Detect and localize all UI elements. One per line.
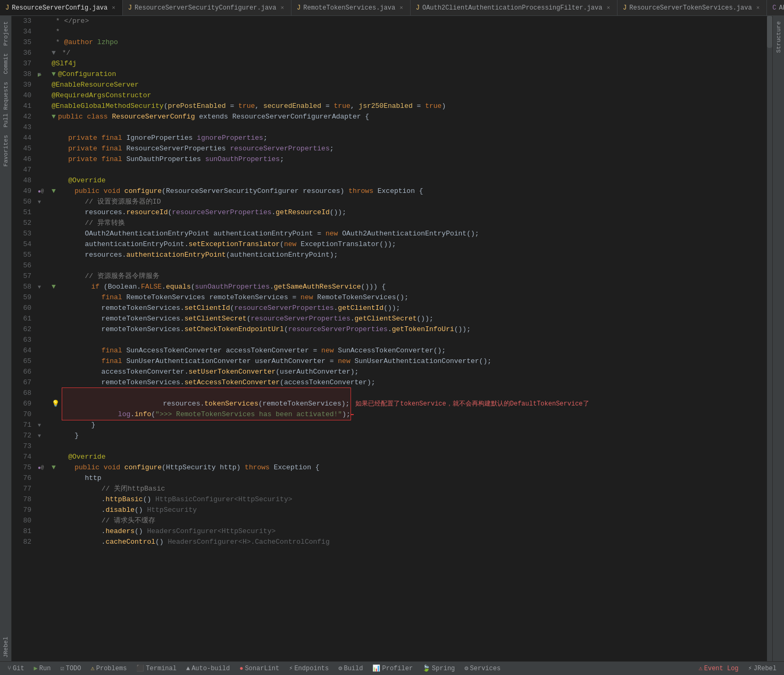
code-line-61: remoteTokenServices.setClientSecret(reso… [52,314,756,324]
gutter-marker-49[interactable]: ● @ [38,186,44,197]
tab-oauth2-filter[interactable]: J OAuth2ClientAuthenticationProcessingFi… [411,0,618,15]
toolbar-problems[interactable]: ⚠ Problems [88,663,130,673]
tab-bar: J ResourceServerConfig.java × J Resource… [0,0,784,16]
gutter-collapse-38[interactable]: ▼ [38,69,41,80]
tab-remote-token-services[interactable]: J RemoteTokenServices.java × [291,0,411,15]
spring-label: Spring [432,665,455,672]
code-line-37: @Slf4j [52,58,756,69]
toolbar-event-log[interactable]: ⚠ Event Log [696,663,742,673]
toolbar-build[interactable]: ⚙ Build [335,663,366,673]
code-line-76: http [52,473,756,484]
code-line-70: log.info(">>> RemoteTokenServices has be… [52,409,756,420]
code-content[interactable]: * </pre> * * @author lzhpo ▼ */ @Slf4j ▼… [52,16,762,661]
gutter: ▶ ● @ ▼ ▼ ▼ ▼ [36,16,52,661]
minimap [762,16,767,661]
code-line-56 [52,260,756,271]
problems-icon: ⚠ [91,664,95,672]
code-line-48: @Override [52,175,756,186]
toolbar-git[interactable]: ⑂ Git [4,664,28,673]
code-line-39: @EnableResourceServer [52,80,756,90]
gutter-collapse-72[interactable]: ▼ [38,431,41,441]
scrollbar-thumb[interactable] [767,16,772,48]
tab-label: OAuth2ClientAuthenticationProcessingFilt… [422,4,602,12]
code-line-66: accessTokenConverter.setUserTokenConvert… [52,367,756,377]
sidebar-item-project[interactable]: Project [2,18,10,49]
spring-icon: 🍃 [422,664,430,672]
tab-label: RemoteTokenServices.java [303,4,395,12]
sidebar-item-jrebel[interactable]: JRebel [2,634,10,661]
run-icon: ▶ [34,664,38,672]
gutter-marker-75[interactable]: ● @ [38,462,44,473]
jrebel-label: JRebel [754,665,777,672]
java-file-icon: J [297,4,301,12]
tab-label: AbstractAuthenticationProcessingFilter.c… [779,4,784,12]
toolbar-services[interactable]: ⚙ Services [461,663,504,673]
run-label: Run [39,665,51,672]
tab-resource-server-config[interactable]: J ResourceServerConfig.java × [0,0,123,15]
code-line-58: ▼ if (Boolean.FALSE.equals(sunOauthPrope… [52,282,756,292]
code-line-46: private final SunOauthProperties sunOaut… [52,154,756,165]
toolbar-todo[interactable]: ☑ TODO [57,663,84,673]
code-line-81: .headers() HeadersConfigurer<HttpSecurit… [52,526,756,537]
toolbar-terminal[interactable]: ⬛ Terminal [133,663,180,673]
tab-close-button[interactable]: × [398,4,405,12]
tab-close-button[interactable]: × [279,4,286,12]
toolbar-endpoints[interactable]: ⚡ Endpoints [286,663,332,673]
gutter-collapse-58[interactable]: ▼ [38,282,41,292]
git-label: Git [13,665,24,672]
terminal-label: Terminal [146,665,177,672]
sidebar-item-favorites[interactable]: Favorites [2,132,10,170]
main-layout: Project Commit Pull Requests Favorites J… [0,16,784,661]
toolbar-spring[interactable]: 🍃 Spring [419,663,458,673]
toolbar-run[interactable]: ▶ Run [31,663,54,673]
code-line-67: remoteTokenServices.setAccessTokenConver… [52,377,756,388]
code-line-57: // 资源服务器令牌服务 [52,271,756,282]
toolbar-sonarlint[interactable]: ● SonarLint [236,664,282,673]
scrollbar-track[interactable] [767,16,772,661]
todo-icon: ☑ [60,664,64,672]
profiler-icon: 📊 [372,664,380,672]
endpoints-icon: ⚡ [289,664,293,672]
services-icon: ⚙ [464,664,468,672]
services-label: Services [470,665,501,672]
code-line-41: @EnableGlobalMethodSecurity(prePostEnabl… [52,101,756,112]
code-line-82: .cacheControl() HeadersConfigurer<H>.Cac… [52,537,756,547]
gutter-collapse-71[interactable]: ▼ [38,420,41,431]
far-right-sidebar: Structure [772,16,784,661]
jrebel-icon: ⚡ [748,664,752,672]
tab-close-button[interactable]: × [605,4,612,12]
code-line-42: ▼public class ResourceServerConfig exten… [52,112,756,122]
code-line-34: * [52,27,756,37]
code-line-75: ▼ public void configure(HttpSecurity htt… [52,462,756,473]
profiler-label: Profiler [382,665,413,672]
build-label: Build [344,665,363,672]
sonarlint-icon: ● [239,665,243,672]
code-line-33: * </pre> [52,16,756,27]
java-file-icon: J [128,4,132,12]
tab-resource-server-token-services[interactable]: J ResourceServerTokenServices.java × [618,0,767,15]
code-line-69: 💡 resources.tokenServices(remoteTokenSer… [52,399,756,409]
code-line-51: resources.resourceId(resourceServerPrope… [52,207,756,218]
tab-resource-server-security-configurer[interactable]: J ResourceServerSecurityConfigurer.java … [123,0,291,15]
tab-close-button[interactable]: × [110,4,117,12]
sonarlint-label: SonarLint [245,665,279,672]
sidebar-item-commit[interactable]: Commit [2,50,10,78]
toolbar-auto-build[interactable]: ▲ Auto-build [183,664,233,673]
gutter-collapse-49[interactable]: ▼ [38,197,41,207]
code-line-80: // 请求头不缓存 [52,516,756,526]
inline-tooltip-line69: 如果已经配置了tokenService，就不会再构建默认的DefaultToke… [355,399,589,409]
terminal-icon: ⬛ [136,664,144,672]
tab-label: ResourceServerSecurityConfigurer.java [135,4,276,12]
code-line-54: authenticationEntryPoint.setExceptionTra… [52,239,756,250]
sidebar-item-structure[interactable]: Structure [774,18,783,56]
tab-close-button[interactable]: × [755,4,762,12]
code-line-62: remoteTokenServices.setCheckTokenEndpoin… [52,324,756,335]
code-line-47 [52,165,756,175]
event-log-label: Event Log [704,665,739,672]
sidebar-item-pull-requests[interactable]: Pull Requests [2,79,10,131]
left-sidebar: Project Commit Pull Requests Favorites J… [0,16,12,661]
toolbar-jrebel[interactable]: ⚡ JRebel [745,663,780,673]
java-file-icon: J [5,4,9,12]
tab-abstract-authentication[interactable]: C AbstractAuthenticationProcessingFilter… [767,0,784,15]
toolbar-profiler[interactable]: 📊 Profiler [369,663,416,673]
